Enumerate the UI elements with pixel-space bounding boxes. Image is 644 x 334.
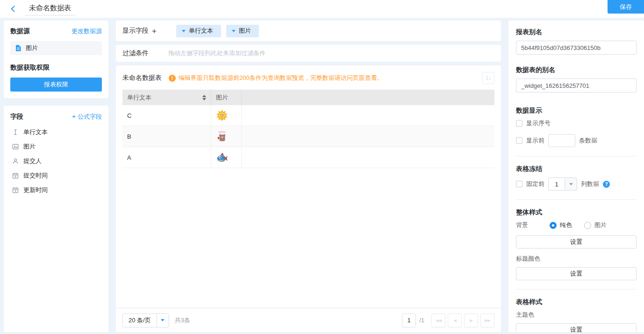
sun-image[interactable] — [216, 109, 228, 121]
sort-icon[interactable] — [202, 95, 206, 100]
field-item-image[interactable]: 图片 — [10, 139, 102, 154]
cell-text: C — [122, 105, 211, 126]
show-first-count-input[interactable] — [548, 134, 575, 147]
title-color-label: 标题颜色 — [516, 255, 637, 263]
column-header-text[interactable]: 单行文本 — [122, 90, 211, 105]
change-datasource-link[interactable]: 更改数据源 — [72, 27, 102, 36]
checkbox-show-first[interactable] — [516, 137, 522, 144]
divider — [516, 156, 637, 156]
table-alias-input[interactable] — [516, 78, 637, 92]
solid-color-label: 纯色 — [560, 221, 572, 229]
freeze-title: 表格冻结 — [516, 165, 637, 173]
first-page-button[interactable]: ◀◀ — [431, 313, 445, 327]
warning-text: 编辑界面只取数据源前200条作为查询数据预览，完整数据请访问页面查看。 — [179, 74, 383, 82]
column-header-empty — [242, 90, 494, 105]
radio-image-background[interactable] — [584, 222, 591, 229]
save-button[interactable]: 保存 — [608, 0, 644, 14]
last-page-button[interactable]: ▶▶ — [480, 313, 494, 327]
cell-empty — [242, 105, 494, 126]
current-page-input[interactable]: 1 — [402, 313, 416, 327]
datasource-card: 数据源 更改数据源 图片 数据获取权限 报表权限 — [4, 21, 108, 98]
add-display-field-button[interactable]: + — [152, 27, 157, 35]
chip-text-field[interactable]: 单行文本 — [176, 25, 221, 37]
chevron-down-icon — [232, 30, 236, 32]
table-row[interactable]: B — [122, 126, 494, 147]
add-formula-field-link[interactable]: + 公式字段 — [72, 112, 102, 121]
cell-text: A — [122, 147, 211, 168]
field-label: 更新时间 — [23, 186, 48, 194]
content: 数据源 更改数据源 图片 数据获取权限 报表权限 字段 + 公式字段 — [0, 18, 644, 334]
help-icon[interactable]: ? — [603, 181, 610, 188]
prev-page-button[interactable]: ◀ — [448, 313, 462, 327]
field-item-submit-time[interactable]: 提交时间 — [10, 168, 102, 183]
page-title[interactable]: 未命名数据表 — [25, 3, 75, 15]
add-formula-label: 公式字段 — [78, 113, 102, 120]
show-index-label: 显示序号 — [526, 119, 551, 128]
table-row[interactable]: C — [122, 105, 494, 126]
freeze-count-select[interactable]: 1 — [548, 178, 577, 191]
chevron-down-icon — [157, 314, 169, 327]
back-button[interactable] — [9, 5, 17, 13]
table-alias-title: 数据表的别名 — [516, 66, 637, 74]
field-list: 单行文本 图片 提交人 — [10, 125, 102, 197]
data-table: 单行文本 图片 C — [122, 90, 494, 168]
table-card: 未命名数据表 ! 编辑界面只取数据源前200条作为查询数据预览，完整数据请访问页… — [116, 65, 501, 332]
field-item-submitter[interactable]: 提交人 — [10, 154, 102, 168]
plus-icon: + — [72, 112, 76, 120]
table-style-title: 表格样式 — [516, 298, 637, 306]
background-set-button[interactable]: 设置 — [516, 235, 637, 249]
cell-empty — [242, 126, 494, 147]
table-title: 未命名数据表 — [122, 74, 162, 82]
report-permission-button[interactable]: 报表权限 — [10, 78, 102, 92]
background-label: 背景 — [516, 221, 550, 229]
bear-image[interactable] — [216, 130, 228, 142]
fields-title: 字段 — [10, 113, 23, 121]
report-alias-input[interactable] — [516, 41, 637, 55]
cell-text: B — [122, 126, 211, 147]
report-alias-title: 报表别名 — [516, 28, 637, 36]
show-first-suffix: 条数据 — [579, 136, 597, 145]
checkbox-show-index[interactable] — [516, 120, 522, 127]
document-icon — [14, 44, 22, 52]
checkbox-freeze[interactable] — [516, 181, 522, 187]
page-size-value: 20 条/页 — [123, 316, 157, 325]
topbar: 未命名数据表 保存 — [0, 0, 644, 18]
filter-label: 过滤条件 — [122, 49, 149, 57]
next-page-button[interactable]: ▶ — [464, 313, 478, 327]
table-header-row: 单行文本 图片 — [122, 90, 494, 105]
radio-solid-color[interactable] — [550, 222, 557, 229]
fish-image[interactable] — [216, 151, 228, 163]
field-label: 图片 — [23, 142, 36, 151]
table-row[interactable]: A — [122, 147, 494, 168]
datasource-item[interactable]: 图片 — [10, 41, 102, 55]
table-footer: 20 条/页 共3条 1 /1 ◀◀ ◀ ▶ ▶▶ — [116, 308, 501, 332]
warning-icon: ! — [169, 75, 176, 82]
cell-image — [211, 147, 242, 168]
title-color-set-button[interactable]: 设置 — [516, 267, 637, 280]
freeze-count-value: 1 — [549, 178, 565, 190]
total-pages: /1 — [419, 317, 424, 324]
theme-color-set-button[interactable]: 设置 — [516, 323, 637, 332]
person-icon — [12, 157, 19, 165]
field-label: 提交人 — [23, 157, 42, 165]
cell-empty — [242, 147, 494, 168]
column-header-label: 单行文本 — [127, 93, 151, 102]
chevron-down-icon — [565, 178, 577, 190]
field-item-text[interactable]: 单行文本 — [10, 125, 102, 139]
datasource-item-label: 图片 — [26, 44, 38, 52]
theme-color-label: 主题色 — [516, 311, 637, 319]
sort-order-button[interactable]: 1↓ — [482, 72, 494, 84]
filter-bar[interactable]: 过滤条件 拖动左侧字段到此处来添加过滤条件 — [116, 45, 501, 62]
chevron-down-icon — [182, 30, 186, 32]
chip-label: 图片 — [239, 27, 251, 35]
freeze-label: 固定前 — [526, 180, 544, 188]
filter-placeholder: 拖动左侧字段到此处来添加过滤条件 — [168, 49, 265, 57]
freeze-suffix: 列数据 — [581, 180, 599, 188]
overall-style-title: 整体样式 — [516, 208, 637, 217]
field-item-update-time[interactable]: 更新时间 — [10, 183, 102, 197]
column-header-image[interactable]: 图片 — [211, 90, 242, 105]
page-size-select[interactable]: 20 条/页 — [122, 313, 169, 327]
chip-image-field[interactable]: 图片 — [226, 25, 259, 37]
field-label: 提交时间 — [23, 171, 48, 180]
column-header-label: 图片 — [216, 93, 228, 102]
